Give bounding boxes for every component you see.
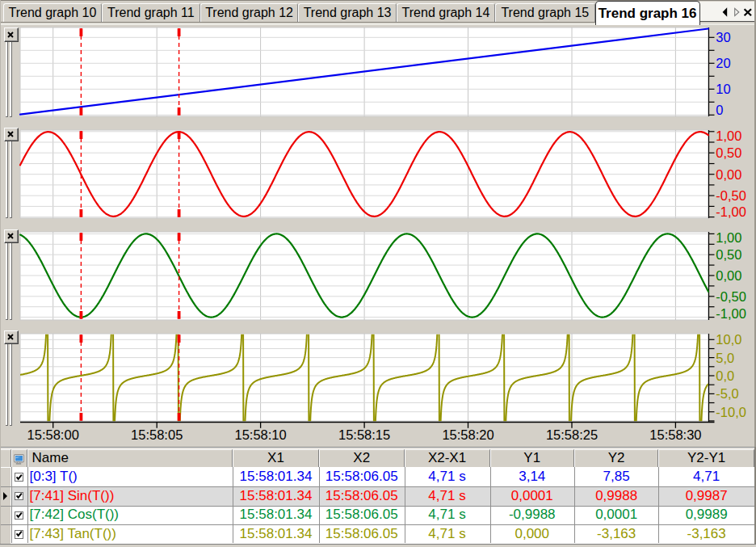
svg-text:1,00: 1,00 [716,128,741,143]
svg-text:10,0: 10,0 [716,332,741,347]
svg-text:5,0: 5,0 [716,351,734,365]
svg-text:15:58:15: 15:58:15 [338,427,390,442]
svg-text:-10,0: -10,0 [716,405,746,419]
svg-text:0,50: 0,50 [716,247,741,262]
svg-text:10: 10 [716,82,730,96]
svg-text:0,00: 0,00 [716,167,741,182]
svg-text:-0,50: -0,50 [716,289,746,304]
svg-text:-1,00: -1,00 [716,204,746,219]
svg-text:0,50: 0,50 [716,145,741,160]
svg-text:15:58:20: 15:58:20 [442,427,494,442]
svg-text:15:58:05: 15:58:05 [131,427,183,442]
svg-text:-1,00: -1,00 [716,306,746,321]
svg-text:15:58:25: 15:58:25 [546,427,598,442]
svg-text:20: 20 [716,56,730,70]
svg-text:0: 0 [716,103,723,117]
svg-text:30: 30 [716,30,730,44]
svg-text:0,0: 0,0 [716,368,734,383]
svg-text:-5,0: -5,0 [716,386,738,401]
svg-text:1,00: 1,00 [716,230,741,245]
svg-text:-0,50: -0,50 [716,188,746,203]
svg-text:15:58:00: 15:58:00 [27,427,79,442]
svg-text:15:58:10: 15:58:10 [234,427,286,442]
svg-text:15:58:30: 15:58:30 [649,427,701,442]
svg-text:0,00: 0,00 [716,268,741,283]
